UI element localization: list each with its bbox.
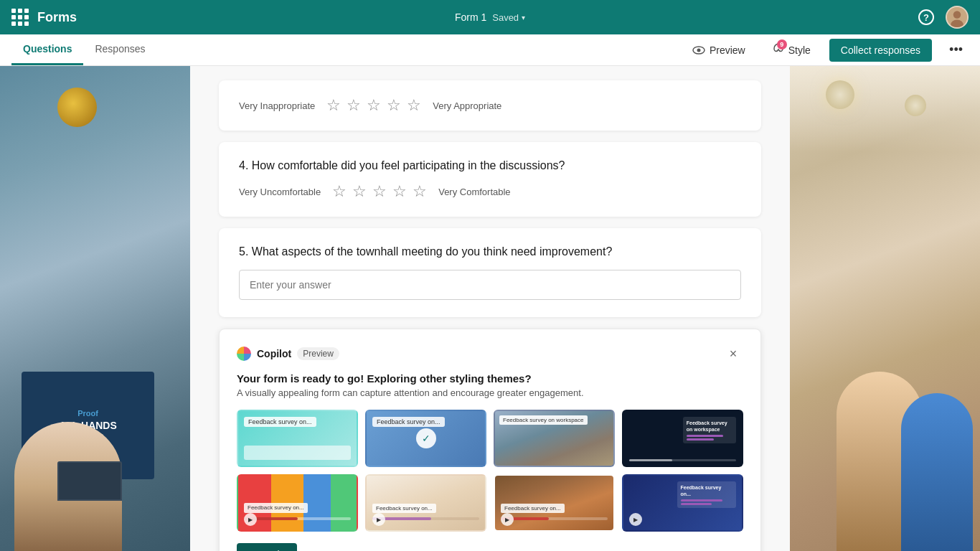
app-grid-icon[interactable] xyxy=(11,9,29,26)
background-right xyxy=(790,66,980,551)
top-navigation: Forms Form 1 Saved ▾ ? xyxy=(0,0,980,34)
copilot-message-title: Your form is ready to go! Exploring othe… xyxy=(237,372,743,385)
star-4-5[interactable]: ☆ xyxy=(413,184,427,199)
theme-7-label: Feedback survey on... xyxy=(501,504,565,513)
more-options-button[interactable]: ••• xyxy=(943,39,969,60)
theme-card-dark[interactable]: Feedback survey on workspace xyxy=(622,410,743,467)
star-3-4[interactable]: ☆ xyxy=(387,98,401,113)
collect-responses-button[interactable]: Collect responses xyxy=(829,39,932,62)
style-notification-badge: 9 xyxy=(777,39,787,50)
keep-it-button[interactable]: Keep it xyxy=(237,543,297,551)
app-title: Forms xyxy=(37,10,77,25)
bg-lamp-decoration xyxy=(57,88,97,127)
star-4-2[interactable]: ☆ xyxy=(352,184,367,199)
theme-2-label: Feedback survey on... xyxy=(372,417,445,427)
copilot-logo-icon xyxy=(237,347,251,361)
bg-laptop xyxy=(57,461,122,501)
svg-point-1 xyxy=(953,11,961,19)
style-badge-container: 9 xyxy=(771,42,784,57)
question-4-text: 4. How comfortable did you feel particip… xyxy=(239,159,741,172)
preview-button[interactable]: Preview xyxy=(685,39,753,61)
theme-card-colorful[interactable]: Feedback survey on... ▶ xyxy=(237,474,358,532)
theme-card-blue-pattern[interactable]: Feedback survey on... ▶ xyxy=(622,474,743,532)
star-3-2[interactable]: ☆ xyxy=(347,98,361,113)
question-5-block: 5. What aspects of the townhall meeting … xyxy=(219,228,761,317)
star-4-4[interactable]: ☆ xyxy=(392,184,407,199)
question-5-text: 5. What aspects of the townhall meeting … xyxy=(239,245,741,258)
bg-light-fixture-2 xyxy=(905,95,926,116)
copilot-message-subtitle: A visually appealing form can capture at… xyxy=(237,387,743,398)
star-3-5[interactable]: ☆ xyxy=(407,98,421,113)
sub-navigation: Questions Responses Preview 9 Style Coll… xyxy=(0,34,980,66)
save-status: Saved ▾ xyxy=(492,12,525,23)
nav-center-info: Form 1 Saved ▾ xyxy=(455,11,525,23)
theme-card-blue-photo[interactable]: Feedback survey on... ✓ xyxy=(365,410,486,467)
question-3-stars: ☆ ☆ ☆ ☆ ☆ xyxy=(326,98,421,113)
question-4-right-label: Very Comfortable xyxy=(438,187,510,197)
preview-eye-icon xyxy=(692,44,705,57)
copilot-panel: Copilot Preview × Your form is ready to … xyxy=(219,329,761,551)
copilot-close-button[interactable]: × xyxy=(723,344,743,364)
theme-card-people[interactable]: Feedback survey on workspace xyxy=(494,410,615,467)
form-name: Form 1 xyxy=(455,11,486,23)
theme-8-content-box: Feedback survey on... xyxy=(677,481,737,508)
tab-responses[interactable]: Responses xyxy=(83,34,156,65)
theme-7-play-icon[interactable]: ▶ xyxy=(501,513,514,526)
bg-ceiling xyxy=(790,66,980,152)
question-4-block: 4. How comfortable did you feel particip… xyxy=(219,142,761,217)
star-3-1[interactable]: ☆ xyxy=(326,98,341,113)
question-5-input[interactable] xyxy=(239,270,741,300)
user-avatar[interactable] xyxy=(946,6,969,29)
theme-6-play-icon[interactable]: ▶ xyxy=(372,513,385,526)
sub-nav-actions: Preview 9 Style Collect responses ••• xyxy=(685,38,969,62)
theme-3-label: Feedback survey on workspace xyxy=(499,415,588,425)
bg-light-fixture xyxy=(826,80,854,109)
tab-bar: Questions Responses xyxy=(11,34,157,65)
question-4-rating-row: Very Uncomfortable ☆ ☆ ☆ ☆ ☆ Very Comfor… xyxy=(239,184,741,199)
question-3-right-label: Very Appropriate xyxy=(433,100,501,111)
question-4-left-label: Very Uncomfortable xyxy=(239,187,321,197)
copilot-preview-badge: Preview xyxy=(297,347,339,360)
bg-person-right-2 xyxy=(901,393,973,551)
theme-8-play-icon[interactable]: ▶ xyxy=(629,513,642,526)
copilot-header: Copilot Preview × xyxy=(237,344,743,364)
theme-1-content-box xyxy=(244,446,351,460)
copilot-title-area: Copilot Preview xyxy=(237,347,339,361)
question-3-block: Very Inappropriate ☆ ☆ ☆ ☆ ☆ Very Approp… xyxy=(219,80,761,131)
themes-grid: Feedback survey on... Feedback survey on… xyxy=(237,410,743,532)
theme-5-label: Feedback survey on... xyxy=(244,503,308,513)
svg-point-4 xyxy=(697,48,700,52)
theme-card-floral[interactable]: Feedback survey on... ▶ xyxy=(365,474,486,532)
theme-5-play-icon[interactable]: ▶ xyxy=(244,513,257,526)
copilot-name-label: Copilot xyxy=(257,348,291,359)
help-icon[interactable]: ? xyxy=(918,9,934,25)
nav-right-actions: ? xyxy=(918,6,969,29)
question-3-left-label: Very Inappropriate xyxy=(239,100,315,111)
theme-1-label: Feedback survey on... xyxy=(244,417,316,427)
main-content-area: Proof ALL HANDS 4/24/2019 Very Inappropr… xyxy=(0,66,980,551)
tab-questions[interactable]: Questions xyxy=(11,34,83,65)
style-button[interactable]: 9 Style xyxy=(764,38,818,62)
theme-card-architecture[interactable]: Feedback survey on... ▶ xyxy=(494,474,615,532)
theme-2-check: ✓ xyxy=(416,428,436,448)
question-4-stars: ☆ ☆ ☆ ☆ ☆ xyxy=(332,184,427,199)
form-panel: Very Inappropriate ☆ ☆ ☆ ☆ ☆ Very Approp… xyxy=(190,66,790,551)
star-4-1[interactable]: ☆ xyxy=(332,184,347,199)
star-4-3[interactable]: ☆ xyxy=(372,184,387,199)
theme-card-teal[interactable]: Feedback survey on... xyxy=(237,410,358,467)
saved-dropdown-arrow[interactable]: ▾ xyxy=(522,14,525,22)
question-3-rating-row: Very Inappropriate ☆ ☆ ☆ ☆ ☆ Very Approp… xyxy=(239,98,741,113)
background-left: Proof ALL HANDS 4/24/2019 xyxy=(0,66,190,551)
star-3-3[interactable]: ☆ xyxy=(367,98,381,113)
theme-6-label: Feedback survey on... xyxy=(372,504,436,513)
theme-4-content-box: Feedback survey on workspace xyxy=(683,417,736,443)
